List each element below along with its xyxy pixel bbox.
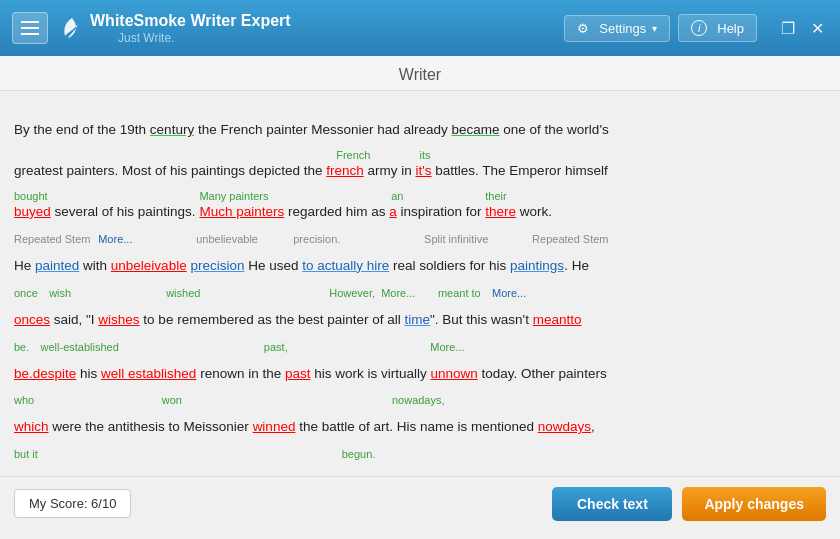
ann-but-it: but it: [14, 448, 38, 460]
ann-however-more: However, More...: [329, 287, 415, 299]
paragraph-12: but it begun.: [14, 443, 820, 466]
text-editor[interactable]: By the end of the 19th century the Frenc…: [0, 91, 840, 476]
check-text-button[interactable]: Check text: [552, 487, 672, 521]
hamburger-line-3: [21, 33, 39, 35]
word-painted[interactable]: painted: [35, 258, 79, 273]
ann-french-upper: French: [336, 146, 370, 165]
word-became[interactable]: became: [452, 122, 500, 137]
ann-nowadays: nowadays,: [392, 394, 445, 406]
word-to-actually-hire[interactable]: to actually hire: [302, 258, 389, 273]
ann-its: its: [419, 146, 430, 165]
correction-bought: bought buyed: [14, 201, 51, 224]
word-buyed[interactable]: buyed: [14, 204, 51, 219]
ann-unbelievable: unbelievable: [196, 233, 258, 245]
title-bar-left: WhiteSmoke Writer Expert Just Write.: [12, 12, 564, 45]
word-but-it-2[interactable]: but, it: [14, 473, 47, 476]
word-onces[interactable]: onces: [14, 312, 50, 327]
correction-an: an a: [389, 201, 397, 224]
correction-many-painters: Many painters Much painters: [199, 201, 284, 224]
info-icon: i: [691, 20, 707, 36]
restore-button[interactable]: ❐: [777, 17, 799, 40]
paragraph-8: be. well-established past, More...: [14, 336, 820, 359]
ann-bought: bought: [14, 187, 48, 206]
paragraph-11: which were the antithesis to Meissonier …: [14, 416, 820, 439]
writer-title: Writer: [0, 56, 840, 91]
menu-button[interactable]: [12, 12, 48, 44]
correction-their: their there: [485, 201, 516, 224]
paragraph-2: greatest painters. Most of his paintings…: [14, 146, 820, 183]
ann-repeated-stem-2: Repeated Stem: [532, 233, 608, 245]
title-bar: WhiteSmoke Writer Expert Just Write. Set…: [0, 0, 840, 56]
paragraph-9: be.despite his well established renown i…: [14, 363, 820, 386]
check-text-label: Check text: [577, 496, 648, 512]
word-past[interactable]: past: [285, 366, 311, 381]
word-there[interactable]: there: [485, 204, 516, 219]
paragraph-3: bought buyed several of his paintings. M…: [14, 187, 820, 224]
bottom-bar: My Score: 6/10 Check text Apply changes: [0, 476, 840, 530]
ann-an: an: [391, 187, 403, 206]
word-time[interactable]: time: [405, 312, 431, 327]
ann-more-1: More...: [98, 233, 132, 245]
word-bedespite[interactable]: be.despite: [14, 366, 76, 381]
ann-once: once: [14, 287, 38, 299]
word-century[interactable]: century: [150, 122, 194, 137]
paragraph-10: who won nowadays,: [14, 389, 820, 412]
apply-changes-button[interactable]: Apply changes: [682, 487, 826, 521]
word-winned[interactable]: winned: [253, 419, 296, 434]
word-well-established[interactable]: well established: [101, 366, 196, 381]
word-precision[interactable]: precision: [190, 258, 244, 273]
correction-french-upper: French french: [326, 160, 364, 183]
correction-century: century: [150, 119, 194, 142]
word-which[interactable]: which: [14, 419, 49, 434]
help-label: Help: [717, 21, 744, 36]
ann-repeated-stem-1: Repeated Stem: [14, 233, 90, 245]
ann-many-painters: Many painters: [199, 187, 268, 206]
score-badge: My Score: 6/10: [14, 489, 131, 518]
gear-icon: [577, 21, 593, 36]
word-a[interactable]: a: [389, 204, 397, 219]
word-paintings[interactable]: paintings: [510, 258, 564, 273]
ann-wish: wish: [49, 287, 71, 299]
settings-dropdown-arrow: ▾: [652, 23, 657, 34]
ann-more-2: More...: [492, 287, 526, 299]
ann-wished: wished: [166, 287, 200, 299]
app-name: WhiteSmoke Writer Expert: [90, 12, 291, 30]
ann-meant-to: meant to: [438, 287, 481, 299]
ann-be: be.: [14, 341, 29, 353]
word-began[interactable]: began: [392, 473, 430, 476]
paragraph-1: By the end of the 19th century the Frenc…: [14, 105, 820, 142]
close-button[interactable]: ✕: [807, 17, 828, 40]
score-label: My Score: 6/10: [29, 496, 116, 511]
ann-their: their: [485, 187, 506, 206]
ann-precision: precision.: [266, 233, 341, 245]
title-bar-right: Settings ▾ i Help ❐ ✕: [564, 14, 828, 42]
word-nowdays[interactable]: nowdays: [538, 419, 591, 434]
word-wishes[interactable]: wishes: [98, 312, 139, 327]
word-unnown[interactable]: unnown: [431, 366, 478, 381]
paragraph-13: but, it is usually with contempt. The mo…: [14, 470, 820, 476]
app-tagline: Just Write.: [90, 31, 291, 45]
window-controls: ❐ ✕: [777, 17, 828, 40]
app-name-area: WhiteSmoke Writer Expert Just Write.: [90, 12, 291, 45]
ann-well-established: well-established: [41, 341, 119, 353]
paragraph-7: onces said, "I wishes to be remembered a…: [14, 309, 820, 332]
writer-title-text: Writer: [399, 66, 441, 83]
apply-changes-label: Apply changes: [704, 496, 804, 512]
help-button[interactable]: i Help: [678, 14, 757, 42]
settings-button[interactable]: Settings ▾: [564, 15, 670, 42]
paragraph-6: once wish wished However, More... meant …: [14, 282, 820, 305]
ann-more-unknown: More...: [430, 341, 464, 353]
correction-its: its it's: [415, 160, 431, 183]
hamburger-line-2: [21, 27, 39, 29]
paragraph-5: He painted with unbeleivable precision H…: [14, 255, 820, 278]
bottom-buttons: Check text Apply changes: [552, 487, 826, 521]
word-much-painters[interactable]: Much painters: [199, 204, 284, 219]
hamburger-line-1: [21, 21, 39, 23]
word-its[interactable]: it's: [415, 163, 431, 178]
app-logo-icon: [60, 16, 84, 40]
word-french[interactable]: french: [326, 163, 364, 178]
word-meantto[interactable]: meantto: [533, 312, 582, 327]
ann-begun: begun.: [342, 448, 376, 460]
word-unbeleivable[interactable]: unbeleivable: [111, 258, 187, 273]
correction-became: became: [452, 119, 500, 142]
